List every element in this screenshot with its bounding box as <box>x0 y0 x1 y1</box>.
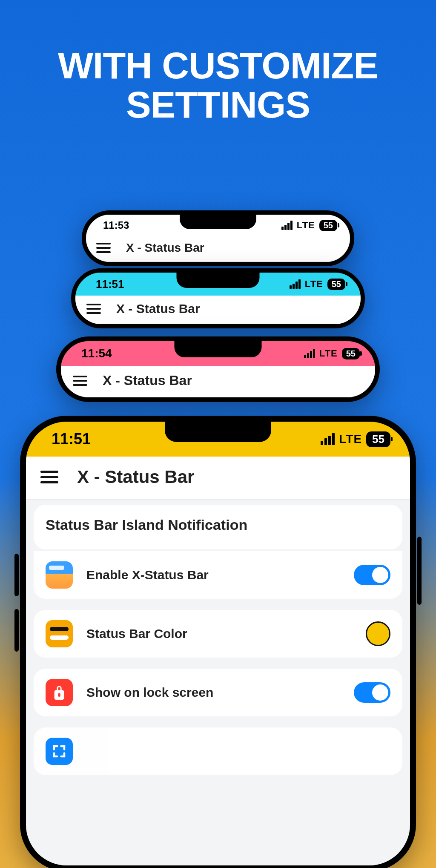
power-button[interactable] <box>417 537 422 605</box>
setting-label: Show on lock screen <box>86 685 340 700</box>
status-right: LTE 55 <box>321 431 390 447</box>
setting-status-bar-color[interactable]: Status Bar Color <box>34 610 402 658</box>
hero-title: WITH CUSTOMIZE SETTINGS <box>0 46 436 125</box>
signal-icon <box>290 279 301 289</box>
battery-icon: 55 <box>327 279 345 290</box>
battery-icon: 55 <box>342 348 360 359</box>
menu-icon[interactable] <box>73 376 87 386</box>
notch <box>180 214 256 229</box>
status-time: 11:54 <box>81 347 112 360</box>
status-right: LTE 55 <box>290 279 345 290</box>
battery-icon: 55 <box>366 431 390 447</box>
settings-content: Status Bar Island Notification Enable X-… <box>26 500 410 868</box>
app-header: X - Status Bar <box>86 236 350 262</box>
toggle-switch[interactable] <box>354 565 390 585</box>
menu-icon[interactable] <box>40 471 58 483</box>
phone-preview-main: 11:51 LTE 55 X - Status Bar Status Bar I… <box>20 416 416 868</box>
notch <box>177 272 260 288</box>
svg-rect-2 <box>58 693 60 697</box>
lock-icon <box>46 679 73 706</box>
signal-icon <box>281 221 293 230</box>
phone-preview-pink: 11:54 LTE 55 X - Status Bar <box>56 336 380 402</box>
app-title: X - Status Bar <box>103 373 192 388</box>
network-label: LTE <box>305 279 323 290</box>
menu-icon[interactable] <box>86 304 101 314</box>
app-title: X - Status Bar <box>126 241 204 255</box>
network-label: LTE <box>339 432 362 446</box>
notch <box>175 340 262 357</box>
notch <box>165 421 271 442</box>
volume-down-button[interactable] <box>14 609 19 652</box>
setting-partial[interactable] <box>34 727 402 775</box>
phone-preview-cyan: 11:51 LTE 55 X - Status Bar <box>71 268 365 328</box>
status-time: 11:51 <box>52 430 91 448</box>
phone-preview-white: 11:53 LTE 55 X - Status Bar <box>82 210 354 266</box>
volume-up-button[interactable] <box>14 554 19 596</box>
setting-lock-screen[interactable]: Show on lock screen <box>34 669 402 716</box>
expand-icon <box>46 738 73 765</box>
network-label: LTE <box>319 348 338 359</box>
status-time: 11:51 <box>96 278 124 291</box>
app-header: X - Status Bar <box>75 296 361 324</box>
section-title: Status Bar Island Notification <box>46 517 390 533</box>
status-right: LTE 55 <box>304 348 360 359</box>
palette-icon <box>46 620 73 647</box>
setting-label: Enable X-Status Bar <box>86 568 340 582</box>
app-title: X - Status Bar <box>116 302 200 316</box>
setting-enable-xstatusbar[interactable]: Enable X-Status Bar <box>34 551 402 599</box>
hero-line2: SETTINGS <box>126 83 310 126</box>
setting-label: Status Bar Color <box>86 627 352 641</box>
status-time: 11:53 <box>103 219 129 231</box>
signal-icon <box>321 433 335 445</box>
app-icon <box>46 561 73 589</box>
app-title: X - Status Bar <box>77 467 194 487</box>
battery-icon: 55 <box>319 220 337 231</box>
network-label: LTE <box>297 220 315 231</box>
signal-icon <box>304 349 315 358</box>
menu-icon[interactable] <box>96 243 111 253</box>
hero-line1: WITH CUSTOMIZE <box>58 44 378 86</box>
app-header: X - Status Bar <box>26 457 410 500</box>
app-header: X - Status Bar <box>61 366 375 397</box>
color-swatch[interactable] <box>366 621 390 646</box>
toggle-switch[interactable] <box>354 682 390 703</box>
section-header-card: Status Bar Island Notification <box>34 505 402 549</box>
status-right: LTE 55 <box>281 220 337 231</box>
